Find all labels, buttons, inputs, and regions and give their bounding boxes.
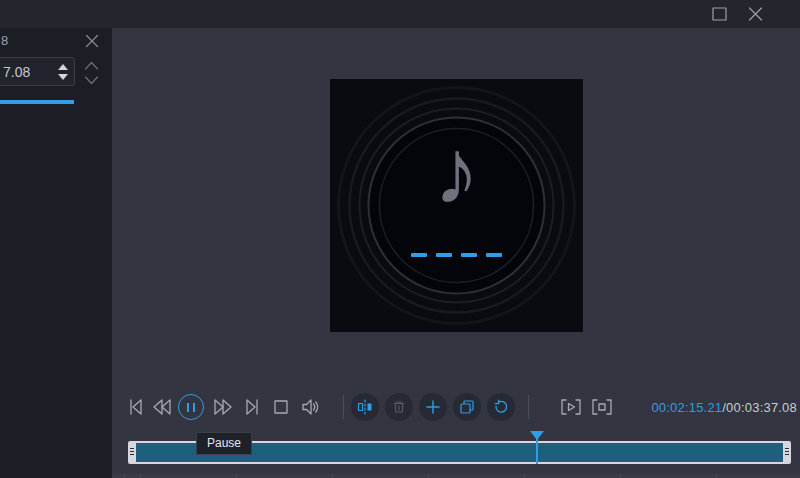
- stop-selection-icon: [590, 396, 614, 418]
- player-stage: ♪: [112, 28, 800, 478]
- loading-dash: [461, 253, 477, 257]
- copy-button[interactable]: [453, 393, 481, 421]
- loading-dash: [411, 253, 427, 257]
- chevron-up-icon: [83, 59, 100, 72]
- chevron-down-icon: [83, 74, 100, 87]
- separator: [528, 395, 529, 419]
- close-button[interactable]: [745, 5, 765, 23]
- maximize-button[interactable]: [709, 5, 729, 23]
- split-button[interactable]: [351, 393, 379, 421]
- volume-icon: [299, 396, 321, 418]
- time-total: 00:03:37.08: [726, 400, 797, 415]
- time-current: 00:02:15.21: [651, 400, 722, 415]
- clipped-label: 8: [1, 33, 8, 48]
- loading-dash: [486, 253, 502, 257]
- maximize-icon: [712, 7, 727, 21]
- pause-tooltip: Pause: [196, 432, 252, 455]
- spin-up-icon[interactable]: [58, 64, 68, 70]
- chevron-down-button[interactable]: [83, 73, 100, 86]
- plus-icon: [425, 399, 441, 415]
- rewind-icon: [151, 396, 173, 418]
- stop-selection-button[interactable]: [590, 396, 614, 418]
- skip-back-button[interactable]: [125, 396, 147, 418]
- reset-button[interactable]: [487, 393, 515, 421]
- close-icon: [85, 34, 99, 48]
- delete-button[interactable]: [385, 393, 413, 421]
- spin-down-icon[interactable]: [58, 74, 68, 80]
- stop-button[interactable]: [270, 396, 292, 418]
- spinner-arrows: [58, 58, 68, 85]
- time-spinner[interactable]: 7.08: [0, 57, 75, 86]
- left-panel: 8 7.08: [0, 28, 112, 478]
- skip-forward-icon: [241, 396, 263, 418]
- play-selection-button[interactable]: [559, 396, 583, 418]
- pause-icon: [187, 403, 189, 412]
- add-button[interactable]: [419, 393, 447, 421]
- fast-forward-button[interactable]: [212, 396, 234, 418]
- media-player-window: 8 7.08 ♪: [0, 0, 800, 478]
- album-art: ♪: [330, 79, 583, 332]
- fast-forward-icon: [212, 396, 234, 418]
- stop-icon: [270, 396, 292, 418]
- play-selection-icon: [559, 396, 583, 418]
- playhead-stem: [536, 439, 538, 464]
- trim-handle-right[interactable]: [785, 448, 789, 457]
- volume-button[interactable]: [299, 396, 321, 418]
- loading-dash: [436, 253, 452, 257]
- reset-icon: [493, 399, 509, 415]
- copy-icon: [459, 399, 475, 415]
- separator: [343, 395, 344, 419]
- pause-button[interactable]: [178, 394, 204, 420]
- close-icon: [748, 7, 763, 21]
- time-display: 00:02:15.21/00:03:37.08: [651, 400, 797, 415]
- ruler-strip: [112, 474, 800, 478]
- chevron-up-button[interactable]: [83, 58, 100, 71]
- rewind-button[interactable]: [151, 396, 173, 418]
- music-note-icon: ♪: [330, 125, 583, 217]
- skip-forward-button[interactable]: [241, 396, 263, 418]
- panel-indicator-line: [0, 100, 74, 104]
- trim-handle-left[interactable]: [130, 448, 134, 457]
- titlebar: [0, 0, 800, 28]
- skip-back-icon: [125, 396, 147, 418]
- panel-close-button[interactable]: [83, 32, 100, 49]
- playhead[interactable]: [530, 431, 544, 440]
- trash-icon: [391, 399, 407, 415]
- loading-dashes: [330, 253, 583, 257]
- split-icon: [357, 399, 373, 415]
